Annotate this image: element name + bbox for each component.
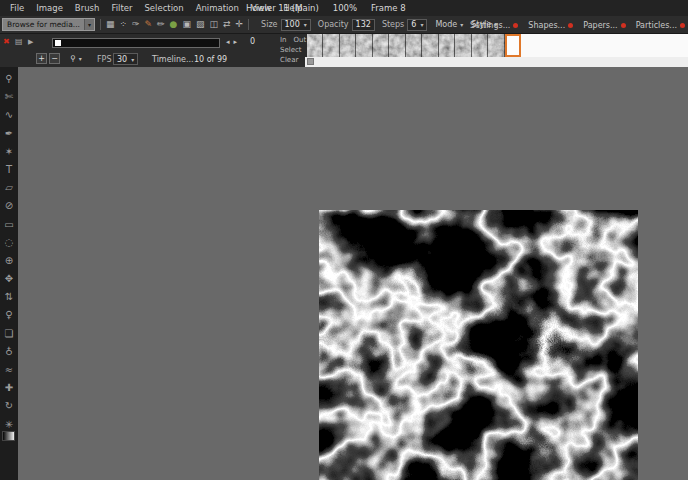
delete-frame-icon[interactable]: ✖: [3, 37, 10, 46]
green-dot-icon[interactable]: ●: [170, 20, 178, 29]
nib-tool-icon[interactable]: ✒: [2, 128, 16, 139]
marker-dropdown[interactable]: ⚲ ▾: [70, 54, 82, 63]
settings-button[interactable]: Settings...: [470, 21, 518, 30]
empty-frame-area[interactable]: [521, 34, 688, 57]
document-canvas[interactable]: [319, 210, 638, 480]
fps-value: 30: [117, 55, 127, 64]
frame-position: 10 of 99: [194, 55, 227, 64]
tool-sidebar: ⚲✄∿✒✶T▱⊘▭◌⊕✥⇅♀❏♁≈✚↻✳: [0, 67, 18, 480]
animation-frame-bar: ✖ ▤ ▶ ◂▸ 0 + − ⚲ ▾ FPS 30 ▾ Timeline... …: [0, 34, 688, 67]
timeline-button[interactable]: Timeline...: [152, 55, 194, 64]
status-dot-icon: [513, 23, 518, 28]
move-tool-icon[interactable]: ✚: [2, 382, 16, 393]
scrub-handle[interactable]: [307, 58, 314, 65]
rotate-tool-icon[interactable]: ↻: [2, 400, 16, 411]
ellipse-select-tool-icon[interactable]: ◌: [2, 237, 16, 248]
chevron-down-icon: ▾: [79, 55, 82, 62]
select-label[interactable]: Select: [280, 47, 302, 54]
add-frame-button[interactable]: +: [36, 53, 47, 64]
pencil-icon[interactable]: ✎: [145, 20, 153, 29]
divider: [248, 19, 249, 30]
lamp-tool-icon[interactable]: ♁: [2, 346, 16, 357]
crop-tool-icon[interactable]: ▱: [2, 182, 16, 193]
star-tool-icon[interactable]: ✳: [2, 419, 16, 430]
zoom-tool-icon[interactable]: ⊕: [2, 255, 16, 266]
opacity-field[interactable]: 132: [352, 19, 375, 31]
browse-media-label: Browse for media...: [3, 19, 84, 30]
swap-icon[interactable]: ⇄: [223, 20, 231, 29]
next-frame-icon[interactable]: ▸: [234, 38, 242, 46]
steps-value: 6: [411, 20, 416, 29]
frame-nav-arrows[interactable]: ◂▸: [226, 38, 241, 46]
steps-label: Steps: [382, 20, 404, 29]
menu-item[interactable]: Animation: [190, 3, 245, 13]
zoom-level: 100%: [333, 3, 357, 13]
text-tool-icon[interactable]: T: [2, 164, 16, 175]
media-name-field[interactable]: [52, 38, 220, 48]
opacity-value: 132: [356, 20, 371, 29]
rect-select-tool-icon[interactable]: ▭: [2, 219, 16, 230]
mirror-icon[interactable]: ◫: [210, 20, 219, 29]
in-label[interactable]: In: [280, 37, 287, 44]
stamp-icon[interactable]: ▣: [182, 20, 191, 29]
papers-button[interactable]: Papers...: [583, 21, 625, 30]
pin-tool-icon[interactable]: ⚲: [2, 73, 16, 84]
dots-icon[interactable]: ⁘: [119, 20, 127, 29]
menu-item[interactable]: File: [4, 3, 30, 13]
panel-buttons: Settings... Shapes... Papers... Particle…: [470, 16, 685, 34]
frame-grid-icon[interactable]: ▤: [15, 37, 23, 46]
grid-icon[interactable]: ▦: [106, 20, 115, 29]
frame-counter: 0: [250, 37, 255, 46]
brush-icon[interactable]: ✑: [132, 20, 140, 29]
texture-icon[interactable]: ▨: [196, 20, 205, 29]
wave-tool-icon[interactable]: ≈: [2, 364, 16, 375]
remove-frame-button[interactable]: −: [49, 53, 60, 64]
toolbar-icons: ▦⁘✑✎✏●▣▨◫⇄✛: [106, 20, 243, 29]
menu-item[interactable]: Filter: [105, 3, 138, 13]
current-frame-thumbnail[interactable]: [505, 34, 521, 57]
window-title: Howler 11 (Main): [246, 3, 319, 13]
ellipse-slash-tool-icon[interactable]: ⊘: [2, 200, 16, 211]
fps-dropdown[interactable]: 30 ▾: [113, 53, 138, 65]
status-dot-icon: [680, 23, 685, 28]
fps-label: FPS: [97, 55, 112, 64]
size-label: Size: [261, 20, 277, 29]
airbrush-icon[interactable]: ✏: [157, 20, 165, 29]
target-icon[interactable]: ✛: [236, 20, 244, 29]
out-label[interactable]: Out: [294, 37, 307, 44]
howler-app-window: FileImageBrushFilterSelectionAnimationVi…: [0, 0, 688, 480]
timeline-scrub-bar[interactable]: [305, 57, 688, 67]
prev-frame-icon[interactable]: ◂: [226, 38, 234, 46]
updown-tool-icon[interactable]: ⇅: [2, 291, 16, 302]
frame-thumbnail-strip[interactable]: [307, 34, 505, 57]
particles-button[interactable]: Particles...: [636, 21, 685, 30]
scissors-tool-icon[interactable]: ✄: [2, 91, 16, 102]
chevron-down-icon: ▾: [420, 21, 423, 28]
marker-tool-icon[interactable]: ♀: [2, 309, 16, 320]
status-dot-icon: [621, 23, 626, 28]
menu-item[interactable]: Image: [30, 3, 69, 13]
layers-tool-icon[interactable]: ❏: [2, 328, 16, 339]
browse-media-dropdown[interactable]: Browse for media... ▾: [2, 18, 95, 31]
menu-item[interactable]: Brush: [69, 3, 106, 13]
marker-icon: ⚲: [70, 54, 76, 63]
curve-tool-icon[interactable]: ∿: [2, 109, 16, 120]
menu-item[interactable]: Selection: [138, 3, 189, 13]
window-title-group: Howler 11 (Main) 100% Frame 8: [246, 0, 406, 16]
main-toolbar: Browse for media... ▾ ▦⁘✑✎✏●▣▨◫⇄✛ Size 1…: [0, 16, 688, 34]
chevron-down-icon: ▾: [304, 21, 307, 28]
size-dropdown[interactable]: 100 ▾: [281, 19, 311, 31]
mode-dropdown[interactable]: Mode ▾: [435, 20, 463, 29]
play-icon[interactable]: ▶: [28, 38, 33, 46]
frame-indicator: Frame 8: [371, 3, 406, 13]
chevron-down-icon: ▾: [460, 21, 463, 28]
steps-dropdown[interactable]: 6 ▾: [407, 19, 427, 31]
pan-tool-icon[interactable]: ✥: [2, 273, 16, 284]
gradient-swatch[interactable]: [2, 431, 15, 441]
chevron-down-icon[interactable]: ▾: [84, 19, 94, 30]
shapes-button[interactable]: Shapes...: [528, 21, 573, 30]
size-value: 100: [285, 20, 300, 29]
menu-bar: FileImageBrushFilterSelectionAnimationVi…: [0, 0, 688, 16]
clear-label[interactable]: Clear: [280, 57, 298, 64]
spray-tool-icon[interactable]: ✶: [2, 146, 16, 157]
